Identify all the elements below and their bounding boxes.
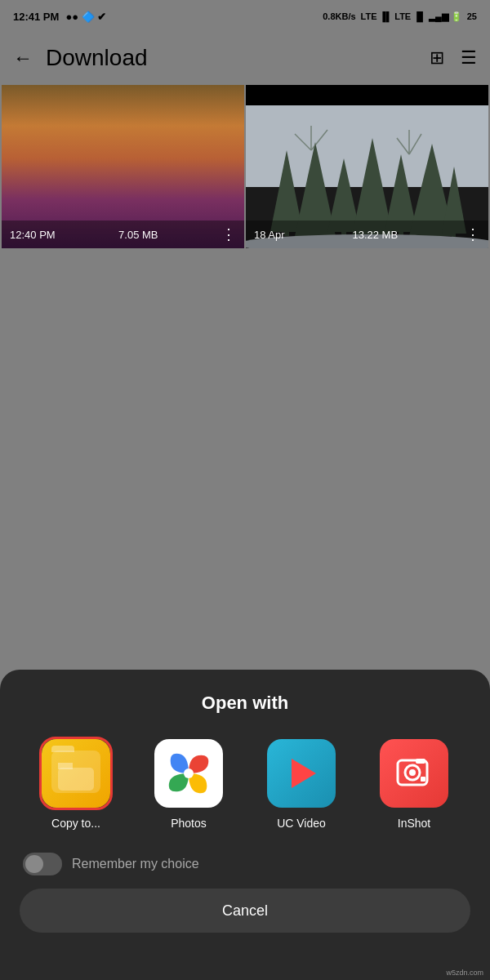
file-more-button-1[interactable]: ⋮ — [221, 225, 236, 243]
file-size-1: 7.05 MB — [118, 229, 158, 241]
copy-to-icon — [42, 739, 110, 808]
status-right: 0.8KB/s LTE ▐▌ LTE ▐▌ ▂▄▆ 🔋 25 — [323, 11, 477, 22]
watermark: w5zdn.com — [446, 969, 483, 977]
photos-label: Photos — [171, 817, 207, 830]
svg-rect-29 — [416, 759, 425, 764]
svg-point-25 — [184, 768, 194, 778]
status-bar: 12:41 PM ●● 🔷 ✔ 0.8KB/s LTE ▐▌ LTE ▐▌ ▂▄… — [0, 0, 490, 33]
app-item-uc-video[interactable]: UC Video — [265, 737, 338, 830]
app-item-inshot[interactable]: InShot — [377, 737, 451, 830]
back-button[interactable]: ← — [13, 47, 33, 69]
svg-point-28 — [409, 769, 416, 776]
remember-row: Remember my choice — [20, 853, 470, 875]
file-item-1[interactable]: 12:40 PM 7.05 MB ⋮ — [2, 85, 244, 248]
app-item-photos[interactable]: Photos — [152, 737, 225, 830]
open-with-title: Open with — [20, 693, 470, 714]
svg-rect-30 — [421, 777, 425, 782]
app-header: ← Download ⊞ ☰ — [0, 33, 490, 83]
file-item-2[interactable]: 18 Apr 13.22 MB ⋮ — [246, 85, 488, 248]
remember-toggle[interactable] — [23, 853, 62, 875]
signal-icons: LTE ▐▌ LTE ▐▌ ▂▄▆ 🔋 — [361, 11, 462, 22]
empty-area — [0, 250, 490, 506]
photos-icon — [154, 739, 223, 808]
copy-to-label: Copy to... — [51, 817, 100, 830]
folder-tab — [51, 746, 74, 752]
app-item-copy-to[interactable]: Copy to... — [39, 737, 113, 830]
bottom-sheet: Open with Copy to... — [0, 670, 490, 980]
time-display: 12:41 PM — [13, 11, 59, 23]
battery-level: 25 — [467, 11, 477, 21]
inshot-icon-wrapper — [377, 737, 451, 810]
file-timestamp-1: 12:40 PM — [10, 229, 56, 241]
file-info-bar-2: 18 Apr 13.22 MB ⋮ — [246, 220, 488, 248]
header-actions: ⊞ ☰ — [430, 47, 477, 69]
ucvideo-label: UC Video — [277, 817, 326, 830]
svg-rect-24 — [58, 763, 73, 769]
file-more-button-2[interactable]: ⋮ — [466, 225, 480, 243]
svg-rect-0 — [246, 85, 488, 105]
file-size-2: 13.22 MB — [352, 229, 398, 241]
ucvideo-icon-wrapper — [265, 737, 338, 810]
grid-view-icon[interactable]: ⊞ — [430, 47, 444, 69]
copy-to-icon-wrapper — [39, 737, 113, 810]
file-grid: 12:40 PM 7.05 MB ⋮ — [0, 83, 490, 250]
inshot-label: InShot — [398, 817, 430, 830]
svg-rect-23 — [58, 768, 94, 791]
file-info-bar-1: 12:40 PM 7.05 MB ⋮ — [2, 220, 244, 248]
inshot-icon — [380, 739, 448, 808]
cancel-button[interactable]: Cancel — [20, 889, 470, 933]
remember-label: Remember my choice — [72, 857, 199, 871]
network-speed: 0.8KB/s — [323, 11, 355, 21]
notification-icons: ●● 🔷 ✔ — [65, 11, 106, 23]
file-timestamp-2: 18 Apr — [254, 229, 285, 241]
page-title: Download — [46, 45, 416, 71]
app-row: Copy to... Photos — [20, 737, 470, 830]
toggle-thumb — [25, 855, 43, 873]
filter-icon[interactable]: ☰ — [461, 47, 477, 69]
status-left: 12:41 PM ●● 🔷 ✔ — [13, 11, 106, 23]
play-triangle — [292, 759, 316, 788]
photos-icon-wrapper — [152, 737, 225, 810]
ucvideo-icon — [267, 739, 336, 808]
